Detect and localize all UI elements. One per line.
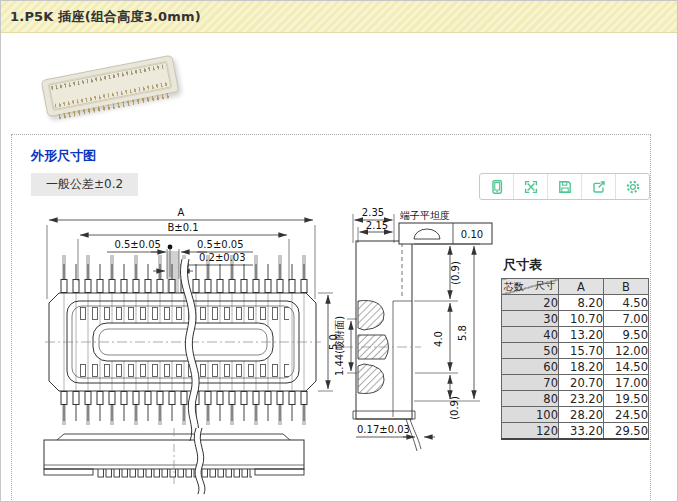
dim-a-cell: 20.70 (559, 375, 604, 391)
table-row: 20 8.20 4.50 (502, 295, 649, 311)
expand-arrows-icon (523, 179, 539, 195)
dim-b-cell: 29.50 (604, 423, 649, 440)
floppy-save-icon (557, 179, 573, 195)
dim-b-cell: 9.50 (604, 327, 649, 343)
size-table-title: 尺寸表 (503, 256, 542, 274)
dim-40-label: 4.0 (433, 331, 444, 347)
dim-pin-right-label: 0.5±0.05 (197, 239, 244, 250)
table-row: 30 10.70 7.00 (502, 311, 649, 327)
dim-215-label: 2.15 (366, 220, 388, 231)
dim-lead-label: 0.17±0.03 (357, 424, 410, 435)
dim-09-bottom-label: (0.9) (449, 396, 460, 420)
dim-b-label: B±0.1 (167, 222, 198, 233)
save-button[interactable] (547, 174, 581, 199)
corner-label-size: 尺寸 (535, 279, 555, 293)
dim-b-cell: 4.50 (604, 295, 649, 311)
table-row: 100 28.20 24.50 (502, 407, 649, 423)
pins-cell: 70 (502, 375, 559, 391)
bottom-elevation-view (44, 428, 304, 494)
flatness-value: 0.10 (461, 229, 483, 240)
pins-cell: 120 (502, 423, 559, 440)
dim-suction-label: 1.44(吸附面) (334, 316, 345, 376)
dimension-drawing: A B±0.1 0.5±0.05 0.5±0.05 0.2±0.03 (1, 203, 501, 502)
dim-b-cell: 7.00 (604, 311, 649, 327)
connector-image (41, 55, 180, 118)
table-row: 50 15.70 12.00 (502, 343, 649, 359)
dim-b-cell: 12.00 (604, 343, 649, 359)
product-photo (15, 47, 190, 129)
dim-b-cell: 14.50 (604, 359, 649, 375)
dim-a-cell: 13.20 (559, 327, 604, 343)
mobile-view-button[interactable] (480, 174, 513, 199)
section-header-bar: 1.P5K 插座(组合高度3.0mm) (1, 1, 677, 33)
pins-cell: 30 (502, 311, 559, 327)
dim-a-cell: 28.20 (559, 407, 604, 423)
share-export-icon (591, 179, 607, 195)
dim-pin-width-label: 0.2±0.03 (199, 252, 246, 263)
front-view: A B±0.1 0.5±0.05 0.5±0.05 0.2±0.03 (45, 207, 339, 441)
pins-cell: 40 (502, 327, 559, 343)
dim-09-top-label: (0.9) (450, 261, 461, 285)
dim-b-cell: 24.50 (604, 407, 649, 423)
pins-cell: 60 (502, 359, 559, 375)
dim-a-label: A (178, 207, 185, 218)
pins-cell: 100 (502, 407, 559, 423)
dim-58-label: 5.8 (457, 325, 468, 341)
flatness-label: 端子平坦度 (400, 210, 450, 221)
pins-cell: 80 (502, 391, 559, 407)
table-row: 60 18.20 14.50 (502, 359, 649, 375)
tablet-icon (489, 179, 505, 195)
catalog-page: 1.P5K 插座(组合高度3.0mm) 外形尺寸图 一般公差±0.2 (0, 0, 678, 502)
page-title: 1.P5K 插座(组合高度3.0mm) (1, 8, 201, 26)
dim-b-cell: 17.00 (604, 375, 649, 391)
pins-cell: 20 (502, 295, 559, 311)
gear-icon (625, 179, 641, 195)
section-title: 外形尺寸图 (31, 147, 96, 165)
table-row: 70 20.70 17.00 (502, 375, 649, 391)
table-corner-cell: 尺寸 芯数 (502, 279, 559, 295)
column-header-a: A (559, 279, 604, 295)
size-table: 尺寸 芯数 A B 20 8.20 4.50 30 10.70 7.00 40 … (501, 278, 649, 440)
table-row: 40 13.20 9.50 (502, 327, 649, 343)
dim-pin-left-label: 0.5±0.05 (114, 239, 161, 250)
size-table-header-row: 尺寸 芯数 A B (502, 279, 649, 295)
side-view: 2.35 2.15 端子平坦度 0.10 1.44(吸附面) (0.9) 4.0 (334, 207, 492, 451)
pins-cell: 50 (502, 343, 559, 359)
export-button[interactable] (581, 174, 615, 199)
dim-a-cell: 8.20 (559, 295, 604, 311)
corner-label-pins: 芯数 (504, 280, 524, 294)
dim-a-cell: 18.20 (559, 359, 604, 375)
table-row: 80 23.20 19.50 (502, 391, 649, 407)
drawing-toolbar (479, 173, 650, 200)
dim-b-cell: 19.50 (604, 391, 649, 407)
dim-a-cell: 33.20 (559, 423, 604, 440)
fullscreen-button[interactable] (513, 174, 547, 199)
dim-a-cell: 23.20 (559, 391, 604, 407)
dim-a-cell: 10.70 (559, 311, 604, 327)
settings-button[interactable] (615, 174, 649, 199)
column-header-b: B (604, 279, 649, 295)
general-tolerance-label: 一般公差±0.2 (31, 173, 138, 196)
dim-a-cell: 15.70 (559, 343, 604, 359)
dim-235-label: 2.35 (362, 207, 384, 218)
table-row: 120 33.20 29.50 (502, 423, 649, 440)
